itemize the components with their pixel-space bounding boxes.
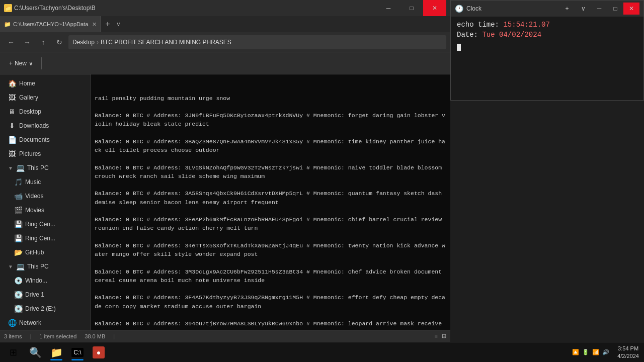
maximize-button[interactable]: □ — [400, 0, 423, 16]
clock-date-line: Date: Tue 04/02/2024 — [457, 31, 637, 39]
desktop-icon: 🖥 — [8, 108, 16, 116]
window-controls: ─ □ ✕ — [377, 0, 446, 16]
tab-chevron-button[interactable]: ∨ — [114, 21, 123, 28]
terminal-line: Balance: 0 BTC # Address: 3JN9fLBFuFq5DK… — [95, 111, 446, 129]
clock-time-value: 15:54:21.07 — [503, 21, 549, 29]
wifi-icon[interactable]: 📶 — [592, 349, 599, 355]
sidebar-item-music[interactable]: 🎵 Music — [0, 175, 90, 189]
terminal-line: Balance: 0 BTC # Address: 3EeAP2h6mkMfFc… — [95, 215, 446, 233]
taskbar-app4[interactable]: ● — [89, 343, 109, 361]
sidebar-item-network[interactable]: 🌐 Network — [0, 316, 90, 330]
terminal-output: rail penalty pudding mountain urge snow … — [91, 74, 450, 330]
active-tab[interactable]: 📁 C:\Users\TACHYO~1\AppData ✕ — [0, 16, 101, 32]
clock-add-tab[interactable]: + — [559, 3, 575, 15]
sidebar-item-drive2[interactable]: 💽 Drive 2 (E:) — [0, 302, 90, 316]
sidebar-item-thispc[interactable]: ▼ 💻 This PC — [0, 161, 90, 175]
terminal-indicator — [71, 359, 84, 360]
sound-icon[interactable]: 🔊 — [602, 349, 609, 355]
sidebar-item-thispc2[interactable]: ▼ 💻 This PC — [0, 259, 90, 274]
thispc-icon: 💻 — [16, 164, 24, 172]
drive1-icon: 💽 — [14, 291, 22, 299]
sidebar-ringcen1-label: Ring Cen... — [25, 221, 55, 228]
taskbar-fileexplorer[interactable]: 📁 — [46, 343, 66, 361]
add-tab-button[interactable]: + — [101, 16, 114, 32]
new-icon: + — [9, 60, 13, 67]
breadcrumb-folder[interactable]: BTC PROFIT SEARCH AND MINING PHRASES — [101, 39, 231, 46]
sidebar-drive1-label: Drive 1 — [25, 291, 44, 298]
clock-minimize[interactable]: ─ — [591, 3, 607, 15]
start-button[interactable]: ⊞ — [2, 343, 24, 361]
view-list-icon[interactable]: ≡ — [435, 333, 438, 339]
clock-widget: 🕐 Clock + ∨ ─ □ ✕ echo time: 15:54:21.07… — [450, 0, 644, 101]
sidebar-movies-label: Movies — [25, 207, 44, 214]
sidebar-item-documents[interactable]: 📄 Documents — [0, 133, 90, 147]
sidebar-item-ringcen2[interactable]: 💾 Ring Cen... — [0, 231, 90, 245]
sidebar-ringcen2-label: Ring Cen... — [25, 235, 55, 242]
title-bar: 📁 C:\Users\Tachyon's\Desktop\B ─ □ ✕ — [0, 0, 450, 16]
documents-icon: 📄 — [8, 136, 16, 144]
sidebar-item-gallery[interactable]: 🖼 Gallery — [0, 90, 90, 105]
taskbar-terminal[interactable]: C:\ — [67, 343, 88, 361]
close-button[interactable]: ✕ — [423, 0, 446, 16]
clock-chevron[interactable]: ∨ — [575, 3, 591, 15]
clock-echo-line: echo time: 15:54:21.07 — [457, 21, 637, 29]
sidebar-item-windows[interactable]: 💿 Windo... — [0, 274, 90, 288]
item-count: 3 items — [4, 333, 22, 339]
drive2-icon: 💽 — [14, 305, 22, 313]
sidebar-documents-label: Documents — [19, 136, 50, 143]
sidebar-pictures-label: Pictures — [19, 150, 41, 157]
breadcrumb-sep-1: › — [97, 39, 99, 46]
minimize-button[interactable]: ─ — [377, 0, 400, 16]
new-button[interactable]: + New ∨ — [4, 55, 38, 71]
sidebar-item-github[interactable]: 📂 GitHub — [0, 245, 90, 259]
taskbar-clock[interactable]: 3:54 PM 4/2/2024 — [614, 345, 642, 359]
breadcrumb-bar[interactable]: Desktop › BTC PROFIT SEARCH AND MINING P… — [68, 35, 446, 49]
sidebar-github-label: GitHub — [25, 249, 44, 256]
terminal-line: Balance: 0 BTC # Address: 3F4A57Kdthyzyy… — [95, 293, 446, 311]
clock-time: 3:54 PM — [617, 345, 639, 352]
movies-icon: 🎬 — [14, 206, 22, 214]
tab-folder-icon: 📁 — [4, 21, 11, 28]
refresh-button[interactable]: ↻ — [52, 35, 66, 49]
terminal-line: Balance: 0 BTC # Address: 3A58Snqs4QbxCk… — [95, 189, 446, 207]
expand2-icon: ▼ — [8, 264, 13, 269]
terminal-line: Balance: 0 BTC # Address: 394ou7tjBYow7H… — [95, 319, 446, 330]
forward-button[interactable]: → — [20, 35, 34, 49]
downloads-icon: ⬇ — [8, 122, 16, 130]
sidebar-item-downloads[interactable]: ⬇ Downloads — [0, 119, 90, 133]
toolbar: + New ∨ — [0, 52, 450, 74]
status-bar: 3 items | 1 item selected 38.0 MB | ≡ ⊞ — [0, 330, 450, 342]
sidebar-item-home[interactable]: 🏠 Home — [0, 76, 90, 90]
back-button[interactable]: ← — [4, 35, 18, 49]
home-icon: 🏠 — [8, 79, 16, 87]
clock-maximize[interactable]: □ — [607, 3, 623, 15]
sidebar-item-ringcen1[interactable]: 💾 Ring Cen... — [0, 217, 90, 231]
chevron-up-icon[interactable]: 🔼 — [572, 349, 579, 355]
clock-title-text: Clock — [466, 5, 556, 12]
terminal-line: rail penalty pudding mountain urge snow — [95, 94, 446, 103]
toolbar-separator — [41, 57, 42, 69]
view-grid-icon[interactable]: ⊞ — [442, 333, 446, 339]
breadcrumb-desktop[interactable]: Desktop — [72, 39, 95, 46]
selected-info: 1 item selected — [39, 333, 76, 339]
file-explorer-window: 📁 C:\Users\Tachyon's\Desktop\B ─ □ ✕ 📁 C… — [0, 0, 450, 342]
sidebar: 🏠 Home 🖼 Gallery 🖥 Desktop ⬇ Downloads 📄… — [0, 74, 91, 330]
clock-close[interactable]: ✕ — [623, 3, 639, 15]
up-button[interactable]: ↑ — [36, 35, 50, 49]
tab-label: C:\Users\TACHYO~1\AppData — [13, 21, 88, 27]
address-bar: ← → ↑ ↻ Desktop › BTC PROFIT SEARCH AND … — [0, 32, 450, 52]
clock-content: echo time: 15:54:21.07 Date: Tue 04/02/2… — [451, 17, 643, 100]
clock-cursor — [457, 44, 461, 51]
sidebar-item-drive1[interactable]: 💽 Drive 1 — [0, 288, 90, 302]
sidebar-item-desktop[interactable]: 🖥 Desktop — [0, 105, 90, 119]
battery-icon[interactable]: 🔋 — [582, 349, 589, 355]
clock-title-bar: 🕐 Clock + ∨ ─ □ ✕ — [451, 1, 643, 17]
tab-close-icon[interactable]: ✕ — [92, 21, 97, 28]
sidebar-item-pictures[interactable]: 🖼 Pictures — [0, 147, 90, 161]
sidebar-item-movies[interactable]: 🎬 Movies — [0, 203, 90, 217]
expand-icon: ▼ — [8, 165, 13, 171]
sidebar-item-videos[interactable]: 📹 Videos — [0, 189, 90, 203]
sidebar-desktop-label: Desktop — [19, 108, 41, 115]
title-bar-text: C:\Users\Tachyon's\Desktop\B — [14, 5, 375, 12]
taskbar-search[interactable]: 🔍 — [25, 343, 45, 361]
